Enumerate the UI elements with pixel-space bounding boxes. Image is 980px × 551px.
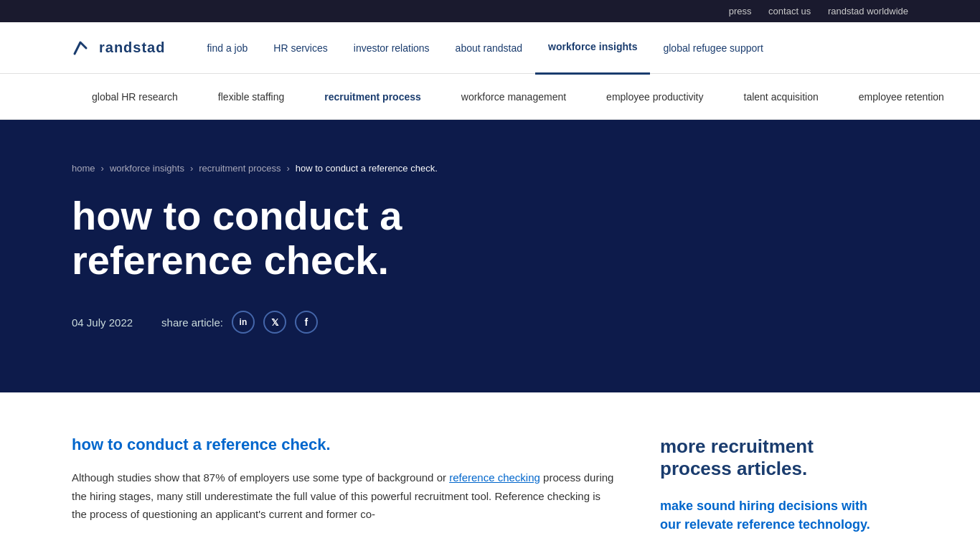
nav-item-hr-services: HR services <box>260 22 340 74</box>
sec-nav-item-flexible-staffing: flexible staffing <box>198 74 304 120</box>
secondary-nav-list: global HR research flexible staffing rec… <box>72 74 964 120</box>
sec-nav-link-workforce-mgmt[interactable]: workforce management <box>441 74 586 120</box>
sec-nav-item-workforce-mgmt: workforce management <box>441 74 586 120</box>
nav-link-find-job[interactable]: find a job <box>194 22 260 74</box>
sec-nav-item-talent-acquisition: talent acquisition <box>724 74 839 120</box>
facebook-icon: f <box>305 316 308 328</box>
reference-checking-link[interactable]: reference checking <box>449 471 540 484</box>
twitter-icon: 𝕏 <box>271 317 278 328</box>
press-link[interactable]: press <box>729 6 752 17</box>
linkedin-icon: in <box>240 317 248 327</box>
secondary-navigation: global HR research flexible staffing rec… <box>0 74 980 120</box>
sidebar: more recruitment process articles. make … <box>660 435 890 534</box>
breadcrumb-current: how to conduct a reference check. <box>296 163 438 174</box>
content-section: how to conduct a reference check. Althou… <box>0 392 980 551</box>
page-title: how to conduct a reference check. <box>72 194 502 282</box>
logo[interactable]: randstad <box>72 39 165 57</box>
contact-link[interactable]: contact us <box>768 6 811 17</box>
worldwide-link[interactable]: randstad worldwide <box>828 6 908 17</box>
sec-nav-link-global-hr[interactable]: global HR research <box>72 74 198 120</box>
sec-nav-item-global-hr: global HR research <box>72 74 198 120</box>
main-content: how to conduct a reference check. Althou… <box>72 435 617 534</box>
sidebar-heading: more recruitment process articles. <box>660 435 890 480</box>
article-date: 04 July 2022 <box>72 316 133 329</box>
linkedin-share-button[interactable]: in <box>232 311 255 334</box>
content-paragraph: Although studies show that 87% of employ… <box>72 468 617 524</box>
sec-nav-item-recruitment-process: recruitment process <box>304 74 441 120</box>
breadcrumb: home › workforce insights › recruitment … <box>72 163 908 194</box>
sec-nav-link-talent-acquisition[interactable]: talent acquisition <box>724 74 839 120</box>
sec-nav-item-employee-retention: employee retention <box>839 74 964 120</box>
breadcrumb-sep-3: › <box>286 163 289 174</box>
nav-link-workforce-insights[interactable]: workforce insights <box>535 21 650 75</box>
utility-bar: press contact us randstad worldwide <box>0 0 980 22</box>
share-label: share article: <box>161 316 223 329</box>
sec-nav-item-employee-productivity: employee productivity <box>586 74 723 120</box>
nav-item-workforce-insights: workforce insights <box>535 21 650 75</box>
hero-section: home › workforce insights › recruitment … <box>0 120 980 392</box>
breadcrumb-workforce-insights[interactable]: workforce insights <box>110 163 184 174</box>
content-heading: how to conduct a reference check. <box>72 435 617 454</box>
main-navigation: randstad find a job HR services investor… <box>0 22 980 74</box>
nav-list: find a job HR services investor relation… <box>194 21 908 75</box>
facebook-share-button[interactable]: f <box>295 311 318 334</box>
breadcrumb-home[interactable]: home <box>72 163 95 174</box>
sec-nav-link-flexible-staffing[interactable]: flexible staffing <box>198 74 304 120</box>
nav-item-about: about randstad <box>443 22 535 74</box>
nav-item-investor-relations: investor relations <box>341 22 443 74</box>
logo-icon <box>72 39 95 57</box>
nav-link-investor-relations[interactable]: investor relations <box>341 22 443 74</box>
logo-text: randstad <box>99 39 165 56</box>
sec-nav-link-employee-retention[interactable]: employee retention <box>839 74 964 120</box>
hero-meta: 04 July 2022 share article: in 𝕏 f <box>72 311 908 334</box>
nav-link-refugee-support[interactable]: global refugee support <box>650 22 776 74</box>
twitter-share-button[interactable]: 𝕏 <box>263 311 286 334</box>
breadcrumb-sep-2: › <box>190 163 193 174</box>
breadcrumb-sep-1: › <box>101 163 104 174</box>
breadcrumb-recruitment-process[interactable]: recruitment process <box>199 163 281 174</box>
nav-link-about[interactable]: about randstad <box>443 22 535 74</box>
share-area: share article: in 𝕏 f <box>161 311 318 334</box>
sec-nav-link-employee-productivity[interactable]: employee productivity <box>586 74 723 120</box>
sidebar-article-link[interactable]: make sound hiring decisions with our rel… <box>660 499 870 531</box>
nav-item-find-job: find a job <box>194 22 260 74</box>
nav-item-refugee-support: global refugee support <box>650 22 776 74</box>
sec-nav-link-recruitment-process[interactable]: recruitment process <box>304 74 441 120</box>
nav-link-hr-services[interactable]: HR services <box>260 22 340 74</box>
